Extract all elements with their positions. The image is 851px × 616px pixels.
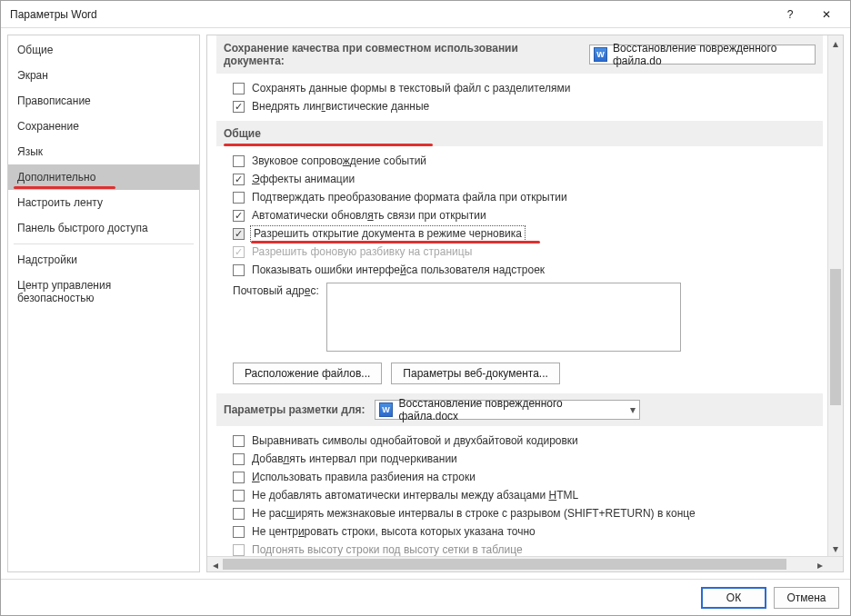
web-options-button[interactable]: Параметры веб-документа... — [391, 363, 559, 384]
checkbox-icon — [233, 264, 245, 276]
checkbox-animation-effects[interactable]: Эффекты анимации — [216, 170, 823, 188]
button-label: Отмена — [786, 591, 826, 604]
content-scroll-area: Сохранение качества при совместном испол… — [207, 35, 843, 571]
sidebar-item-display[interactable]: Экран — [8, 63, 199, 88]
checkbox-sound-feedback[interactable]: Звуковое сопровождение событий — [216, 152, 823, 170]
checkbox-label: Разрешить открытие документа в режиме че… — [252, 227, 524, 240]
sidebar-item-qat[interactable]: Панель быстрого доступа — [8, 215, 199, 241]
checkbox-label: Звуковое сопровождение событий — [252, 154, 426, 167]
mailing-address-input[interactable] — [326, 283, 681, 352]
checkbox-label: Подтверждать преобразование формата файл… — [252, 191, 567, 204]
button-label: ОК — [726, 591, 741, 604]
checkbox-label: Не добавлять автоматически интервалы меж… — [252, 489, 578, 502]
sidebar-item-label: Язык — [17, 145, 43, 158]
sidebar-item-advanced[interactable]: Дополнительно — [8, 164, 199, 190]
scroll-thumb[interactable] — [830, 269, 841, 405]
checkbox-icon — [233, 174, 245, 185]
sidebar-item-label: Надстройки — [17, 253, 77, 266]
sidebar-item-language[interactable]: Язык — [8, 139, 199, 164]
content-panel: Сохранение качества при совместном испол… — [206, 35, 844, 572]
checkbox-icon — [233, 508, 245, 520]
checkbox-icon — [233, 155, 245, 167]
sidebar-item-proofing[interactable]: Правописание — [8, 88, 199, 114]
group-title: Общие — [224, 127, 261, 140]
ok-button[interactable]: ОК — [701, 587, 766, 609]
checkbox-linebreak-rules[interactable]: Использовать правила разбиения на строки — [216, 468, 823, 486]
checkbox-show-addin-errors[interactable]: Показывать ошибки интерфейса пользовател… — [216, 261, 823, 279]
checkbox-embed-linguistic[interactable]: Внедрять лингвистические данные — [216, 97, 823, 115]
checkbox-label: Использовать правила разбиения на строки — [252, 471, 476, 483]
word-doc-icon: W — [594, 47, 607, 62]
checkbox-label: Разрешить фоновую разбивку на страницы — [252, 245, 472, 258]
group-quality-header: Сохранение качества при совместном испол… — [216, 35, 823, 74]
horizontal-scrollbar[interactable]: ◂ ▸ — [207, 556, 843, 571]
checkbox-icon — [233, 544, 245, 556]
sidebar-item-label: Правописание — [17, 94, 91, 107]
checkbox-icon — [233, 83, 245, 94]
checkbox-label: Показывать ошибки интерфейса пользовател… — [252, 263, 545, 276]
scroll-down-icon[interactable]: ▾ — [828, 541, 843, 556]
checkbox-align-dbcs[interactable]: Выравнивать символы однобайтовой и двухб… — [216, 432, 823, 450]
sidebar-item-label: Сохранение — [17, 120, 79, 133]
checkbox-icon — [233, 490, 245, 502]
checkbox-no-html-spacing[interactable]: Не добавлять автоматически интервалы меж… — [216, 486, 823, 504]
help-button[interactable]: ? — [772, 2, 808, 27]
checkbox-label: Сохранять данные формы в текстовый файл … — [252, 82, 570, 94]
checkbox-no-expand-shift-return[interactable]: Не расширять межзнаковые интервалы в стр… — [216, 504, 823, 522]
group-general-header: Общие — [216, 121, 823, 146]
checkbox-label: Автоматически обновлять связи при открыт… — [252, 209, 486, 222]
scroll-left-icon[interactable]: ◂ — [207, 557, 223, 571]
word-doc-icon: W — [379, 402, 394, 417]
checkbox-label: Добавлять интервал при подчеркивании — [252, 452, 457, 465]
scroll-up-icon[interactable]: ▴ — [828, 35, 843, 51]
close-button[interactable]: ✕ — [808, 2, 845, 27]
checkbox-confirm-convert[interactable]: Подтверждать преобразование формата файл… — [216, 188, 823, 206]
sidebar-item-trust[interactable]: Центр управления безопасностью — [8, 273, 199, 311]
checkbox-label: Не расширять межзнаковые интервалы в стр… — [252, 507, 696, 520]
cancel-button[interactable]: Отмена — [774, 587, 839, 609]
button-label: Расположение файлов... — [245, 367, 370, 380]
layoutfor-doc-dropdown[interactable]: W Восстановление поврежденного файла.doc… — [375, 400, 640, 420]
checkbox-label: Не центрировать строки, высота которых у… — [252, 525, 536, 538]
button-label: Параметры веб-документа... — [403, 367, 547, 380]
checkbox-background-pagination: Разрешить фоновую разбивку на страницы — [216, 243, 823, 261]
sidebar-item-general[interactable]: Общие — [8, 37, 199, 63]
checkbox-label: Подгонять высоту строки под высоту сетки… — [252, 543, 523, 556]
checkbox-save-form-data[interactable]: Сохранять данные формы в текстовый файл … — [216, 79, 823, 97]
checkbox-icon — [233, 453, 245, 465]
content-inner: Сохранение качества при совместном испол… — [207, 35, 843, 559]
scroll-right-icon[interactable]: ▸ — [812, 557, 827, 571]
scroll-thumb-h[interactable] — [223, 559, 786, 570]
sidebar-item-label: Настроить ленту — [17, 196, 103, 209]
options-dialog: Параметры Word ? ✕ Общие Экран Правописа… — [0, 0, 851, 616]
checkbox-icon — [233, 526, 245, 538]
mailing-address-row: Почтовый адрес: — [216, 279, 823, 355]
sidebar-item-addins[interactable]: Надстройки — [8, 247, 199, 273]
dialog-footer: ОК Отмена — [1, 579, 850, 615]
scroll-track[interactable] — [828, 51, 843, 541]
sidebar-item-label: Общие — [17, 44, 53, 56]
checkbox-allow-draft-open[interactable]: Разрешить открытие документа в режиме че… — [216, 224, 823, 243]
checkbox-label: Эффекты анимации — [252, 173, 355, 185]
sidebar-item-label: Дополнительно — [17, 171, 95, 184]
checkbox-no-center-exact[interactable]: Не центрировать строки, высота которых у… — [216, 522, 823, 541]
category-sidebar: Общие Экран Правописание Сохранение Язык… — [7, 35, 200, 572]
dropdown-value: Восстановление поврежденного файла.do — [613, 42, 811, 67]
checkbox-underline-space[interactable]: Добавлять интервал при подчеркивании — [216, 450, 823, 468]
sidebar-item-save[interactable]: Сохранение — [8, 114, 199, 139]
checkbox-icon — [233, 101, 245, 113]
sidebar-item-label: Центр управления безопасностью — [17, 279, 111, 304]
checkbox-label: Внедрять лингвистические данные — [252, 100, 429, 113]
file-locations-button[interactable]: Расположение файлов... — [233, 363, 382, 384]
checkbox-icon — [233, 210, 245, 222]
vertical-scrollbar[interactable]: ▴ ▾ — [827, 35, 843, 556]
checkbox-auto-update-links[interactable]: Автоматически обновлять связи при открыт… — [216, 206, 823, 224]
sidebar-item-ribbon[interactable]: Настроить ленту — [8, 190, 199, 215]
sidebar-separator — [14, 243, 194, 244]
group-title: Сохранение качества при совместном испол… — [224, 42, 580, 67]
quality-doc-dropdown[interactable]: W Восстановление поврежденного файла.do — [589, 45, 816, 65]
sidebar-item-label: Экран — [17, 69, 48, 82]
window-title: Параметры Word — [10, 8, 772, 21]
checkbox-icon — [233, 192, 245, 204]
annotation-underline — [14, 186, 115, 189]
